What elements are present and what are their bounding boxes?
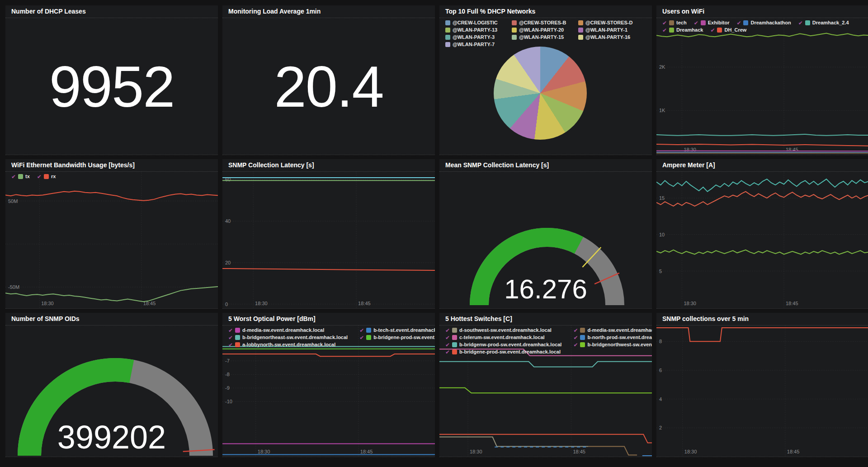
svg-text:0: 0 xyxy=(225,302,228,307)
legend-label: b-bridgenortheast-sw.event.dreamhack.loc… xyxy=(242,334,348,341)
legend-label: c-telerum-sw.event.dreamhack.local xyxy=(459,334,545,341)
series-line xyxy=(222,269,435,270)
check-icon: ✔ xyxy=(11,174,16,179)
svg-text:1K: 1K xyxy=(659,108,665,113)
panel-title[interactable]: Top 10 Full % DHCP Networks xyxy=(439,5,652,18)
legend-item[interactable]: ✔Dreamhack xyxy=(662,27,703,33)
legend-item[interactable]: ✔b-bridgene-prod-sw.event.dreamhack.loca… xyxy=(445,349,561,355)
series-line xyxy=(439,434,652,443)
legend-label: @CREW-STORES-D xyxy=(585,19,632,26)
series-line xyxy=(439,437,588,447)
legend-label: Dreamhack_2.4 xyxy=(812,19,849,26)
legend-item[interactable]: ✔c-telerum-sw.event.dreamhack.local xyxy=(445,334,561,341)
legend-swatch xyxy=(235,335,240,340)
panel-users-wifi: Users on WiFi ✔tech✔Exhibitor✔Dreamhacka… xyxy=(656,5,868,155)
panel-title[interactable]: Number of DHCP Leases xyxy=(5,5,218,18)
legend-label: d-southwest-sw.event.dreamhack.local xyxy=(459,327,552,334)
legend-item[interactable]: ✔tech xyxy=(662,19,687,26)
legend-label: Exhibitor xyxy=(708,19,730,26)
pie-chart xyxy=(494,47,587,140)
legend-swatch xyxy=(805,20,810,25)
legend-item[interactable]: @CREW-STORES-B xyxy=(512,19,578,26)
legend-item[interactable]: @WLAN-PARTY-16 xyxy=(578,34,645,41)
legend-item[interactable]: ✔tx xyxy=(11,173,30,180)
legend-item[interactable]: ✔d-southwest-sw.event.dreamhack.local xyxy=(445,327,561,334)
legend-item[interactable]: @WLAN-PARTY-13 xyxy=(445,27,512,33)
legend-item[interactable]: ✔Dreamhackathon xyxy=(736,19,791,26)
svg-text:20: 20 xyxy=(225,260,231,265)
series-line xyxy=(656,151,868,151)
legend-swatch xyxy=(669,20,674,25)
check-icon: ✔ xyxy=(710,28,715,33)
legend-label: @CREW-LOGISTIC xyxy=(453,19,498,26)
check-icon: ✔ xyxy=(228,328,233,333)
legend-item[interactable]: ✔b-north-prod-sw.event.dreamhack.local xyxy=(573,334,652,341)
legend-label: rx xyxy=(51,173,56,180)
panel-title[interactable]: SNMP Collection Latency [s] xyxy=(222,159,435,172)
legend-swatch xyxy=(445,35,450,40)
check-icon: ✔ xyxy=(573,342,578,348)
legend-label: a-lobbynorth-sw.event.dreamhack.local xyxy=(242,341,335,348)
legend-item[interactable]: ✔Exhibitor xyxy=(694,19,730,26)
legend-swatch xyxy=(452,328,457,333)
legend-item[interactable]: ✔a-lobbynorth-sw.event.dreamhack.local xyxy=(228,341,348,348)
check-icon: ✔ xyxy=(694,20,698,26)
svg-text:18:45: 18:45 xyxy=(786,301,798,306)
svg-text:-10: -10 xyxy=(225,399,232,404)
legend-label: Dreamhackathon xyxy=(750,19,791,26)
panel-dhcp-leases: Number of DHCP Leases 9952 xyxy=(5,5,218,155)
legend-label: @WLAN-PARTY-13 xyxy=(453,27,497,33)
legend-item[interactable]: ✔d-media-sw.event.dreamhack.local xyxy=(228,327,348,334)
panel-title[interactable]: 5 Worst Optical Power [dBm] xyxy=(222,313,435,325)
panel-title[interactable]: 5 Hottest Switches [C] xyxy=(439,313,652,325)
legend-item[interactable]: @WLAN-PARTY-15 xyxy=(512,34,578,41)
panel-title[interactable]: Monitoring Load Average 1min xyxy=(222,5,435,18)
legend-swatch xyxy=(18,174,23,179)
legend-item[interactable]: @WLAN-PARTY-1 xyxy=(578,27,645,33)
panel-title[interactable]: SNMP collections over 5 min xyxy=(656,313,868,325)
svg-text:18:45: 18:45 xyxy=(358,301,371,306)
svg-text:4: 4 xyxy=(659,396,662,402)
legend-item[interactable]: ✔b-bridgenortheast-sw.event.dreamhack.lo… xyxy=(228,334,348,341)
check-icon: ✔ xyxy=(445,328,450,333)
stat-value: 20.4 xyxy=(222,18,435,155)
legend-label: @WLAN-PARTY-16 xyxy=(585,34,630,41)
legend-item[interactable]: ✔b-tech-st.event.dreamhack.local xyxy=(359,327,435,334)
svg-text:10: 10 xyxy=(659,232,665,237)
wifi-bandwidth-chart: 50M-50M18:3018:45 xyxy=(5,172,218,308)
check-icon: ✔ xyxy=(736,20,741,26)
check-icon: ✔ xyxy=(573,335,578,340)
panel-title[interactable]: Ampere Meter [A] xyxy=(656,159,868,172)
legend-swatch xyxy=(580,335,585,340)
legend-swatch xyxy=(578,20,583,25)
panel-title[interactable]: Number of SNMP OIDs xyxy=(5,313,218,325)
legend-label: @WLAN-PARTY-7 xyxy=(453,41,495,48)
panel-title[interactable]: WiFi Ethernet Bandwidth Usage [bytes/s] xyxy=(5,159,218,172)
legend-item[interactable]: @CREW-LOGISTIC xyxy=(445,19,512,26)
panel-mean-latency: Mean SNMP Collection Latency [s] 16.276 xyxy=(439,159,652,309)
legend-item[interactable]: ✔d-media-sw.event.dreamhack.local xyxy=(573,327,652,334)
legend-item[interactable]: ✔DH_Crew xyxy=(710,27,746,33)
legend-item[interactable]: ✔b-bridgene-prod-sw.event.dreamhack.loca… xyxy=(359,334,435,341)
legend-item[interactable]: @CREW-STORES-D xyxy=(578,19,645,26)
legend-item[interactable]: @WLAN-PARTY-7 xyxy=(445,41,512,48)
legend-item[interactable]: ✔b-bridgenorthwest-sw.event.dreamhack.lo… xyxy=(573,341,652,348)
legend-label: tech xyxy=(676,19,687,26)
legend-item[interactable]: @WLAN-PARTY-3 xyxy=(445,34,512,41)
svg-text:40: 40 xyxy=(225,218,231,224)
legend-item[interactable]: ✔rx xyxy=(37,173,56,180)
legend-item[interactable]: ✔Dreamhack_2.4 xyxy=(798,19,849,26)
check-icon: ✔ xyxy=(445,335,450,340)
series-line xyxy=(656,192,868,206)
legend-swatch xyxy=(580,328,585,333)
legend-item[interactable]: @WLAN-PARTY-20 xyxy=(512,27,578,33)
panel-title[interactable]: Users on WiFi xyxy=(656,5,868,18)
svg-text:18:45: 18:45 xyxy=(360,449,373,454)
legend-item[interactable]: ✔b-bridgenw-prod-sw.event.dreamhack.loca… xyxy=(445,341,561,348)
legend-swatch xyxy=(452,349,457,354)
svg-text:18:45: 18:45 xyxy=(573,449,585,454)
legend-swatch xyxy=(452,335,457,340)
panel-title[interactable]: Mean SNMP Collection Latency [s] xyxy=(439,159,652,172)
legend-label: d-media-sw.event.dreamhack.local xyxy=(242,327,324,334)
panel-optical-power: 5 Worst Optical Power [dBm] ✔d-media-sw.… xyxy=(222,313,435,457)
